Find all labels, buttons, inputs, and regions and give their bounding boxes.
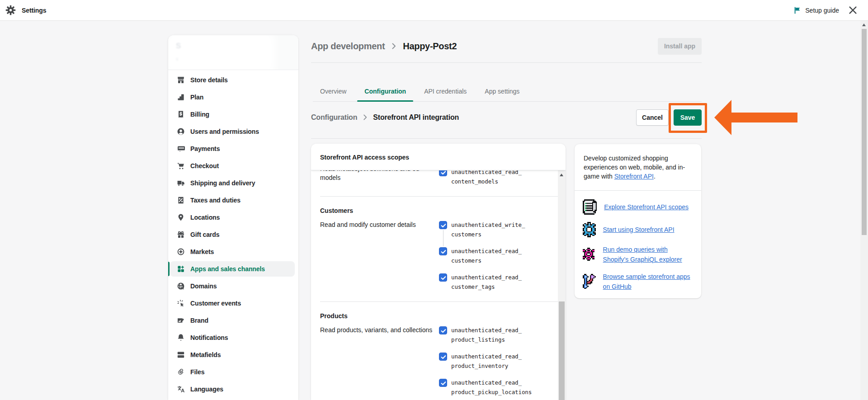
sidebar-item-label: Brand: [190, 317, 208, 324]
plan-icon: [176, 93, 185, 102]
shipping-icon: [176, 179, 185, 188]
section-description: Read and modify customer details: [320, 220, 439, 292]
domains-icon: [176, 282, 185, 291]
info-link[interactable]: Explore Storefront API scopes: [604, 202, 689, 212]
sidebar-item-locations[interactable]: Locations: [168, 209, 298, 226]
sidebar-item-users-and-permissions[interactable]: Users and permissions: [168, 123, 298, 140]
info-link-row: Start using Storefront API: [583, 222, 692, 237]
page-scrollbar-thumb[interactable]: [862, 29, 867, 235]
sidebar-item-label: Domains: [190, 282, 217, 290]
scope-section-products: ProductsRead products, variants, and col…: [320, 302, 558, 397]
sidebar-item-label: Markets: [190, 248, 214, 255]
sidebar-item-brand[interactable]: Brand: [168, 312, 298, 329]
checkbox-checked[interactable]: [439, 170, 447, 176]
scrollbar-up-arrow-icon[interactable]: [560, 174, 563, 176]
scope-row: unauthenticated_read_product_inventory: [439, 352, 558, 371]
scopes-scrollbar[interactable]: [558, 170, 566, 400]
store-icon: [176, 75, 185, 85]
sidebar-item-label: Metafields: [190, 351, 221, 358]
brand-icon: [176, 316, 185, 325]
app-tabs: OverviewConfigurationAPI credentialsApp …: [313, 81, 702, 102]
install-app-button[interactable]: Install app: [658, 38, 702, 55]
scope-name: unauthenticated_write_customers: [451, 220, 525, 239]
section-heading: Customers: [320, 207, 558, 214]
sidebar-item-label: Files: [190, 368, 204, 376]
storefront-api-info-card: Develop customized shopping experiences …: [575, 144, 701, 298]
subheader-divider: [311, 138, 702, 139]
users-icon: [176, 127, 185, 136]
sidebar-item-customer-events[interactable]: Customer events: [168, 295, 298, 312]
sidebar-item-shipping-and-delivery[interactable]: Shipping and delivery: [168, 174, 298, 192]
checkbox-checked[interactable]: [439, 247, 447, 255]
tab-overview[interactable]: Overview: [313, 81, 354, 101]
sidebar-item-taxes-and-duties[interactable]: Taxes and duties: [168, 192, 298, 209]
tab-app-settings[interactable]: App settings: [477, 81, 527, 101]
page-scrollbar[interactable]: [860, 21, 868, 400]
breadcrumb-app-development[interactable]: App development: [311, 41, 385, 52]
sidebar-item-plan[interactable]: Plan: [168, 89, 298, 106]
storefront-api-link[interactable]: Storefront API: [614, 173, 654, 180]
sidebar-item-label: Users and permissions: [190, 128, 259, 135]
storefront-api-scopes-card: Storefront API access scopes Read metaob…: [311, 144, 566, 400]
scope-row: unauthenticated_read_content_models: [439, 170, 558, 186]
info-link[interactable]: Browse sample storefront apps on GitHub: [603, 272, 692, 292]
markets-icon: [176, 247, 185, 256]
sidebar-item-label: Checkout: [190, 162, 219, 169]
flag-icon: [793, 6, 802, 14]
sidebar-item-label: Billing: [190, 111, 209, 118]
checkbox-checked[interactable]: [439, 326, 447, 334]
sidebar-item-gift-cards[interactable]: Gift cards: [168, 226, 298, 243]
scope-row: unauthenticated_write_customers: [439, 220, 558, 239]
annotation-arrow: [713, 99, 799, 139]
checkbox-checked[interactable]: [439, 379, 447, 387]
info-link[interactable]: Start using Storefront API: [603, 225, 675, 235]
info-link[interactable]: Run demo queries with Shopify’s GraphiQL…: [603, 245, 692, 264]
scope-section: Read metaobject definitions and 3dmodels…: [320, 170, 558, 186]
checkbox-checked[interactable]: [439, 221, 447, 229]
sidebar-item-payments[interactable]: Payments: [168, 140, 298, 157]
notifications-icon: [176, 333, 185, 342]
cancel-button[interactable]: Cancel: [636, 109, 669, 126]
tab-configuration[interactable]: Configuration: [357, 81, 413, 101]
app-name-title: Happy-Post2: [403, 41, 457, 52]
sidebar-item-notifications[interactable]: Notifications: [168, 329, 298, 346]
sidebar-item-label: Taxes and duties: [190, 197, 241, 204]
store-subtext-blur: s: [176, 56, 179, 61]
breadcrumb-configuration[interactable]: Configuration: [311, 113, 357, 122]
scopes-scrollbar-thumb[interactable]: [559, 301, 565, 400]
close-icon[interactable]: [847, 5, 858, 16]
sidebar-item-label: Notifications: [190, 334, 228, 341]
sidebar-item-label: Shipping and delivery: [190, 179, 255, 187]
sidebar-item-metafields[interactable]: Metafields: [168, 346, 298, 363]
scopes-scroll-area[interactable]: Read metaobject definitions and 3dmodels…: [311, 170, 558, 400]
sidebar-item-domains[interactable]: Domains: [168, 278, 298, 295]
sidebar-item-files[interactable]: Files: [168, 363, 298, 381]
setup-guide-button[interactable]: Setup guide: [793, 6, 839, 14]
checkbox-checked[interactable]: [439, 273, 447, 282]
checkbox-checked[interactable]: [439, 353, 447, 361]
config-subheader: Configuration Storefront API integration…: [311, 109, 702, 126]
section-description: Read metaobject definitions and 3dmodels: [320, 170, 439, 186]
sidebar-item-billing[interactable]: Billing: [168, 106, 298, 123]
scope-name: unauthenticated_read_customers: [451, 246, 522, 265]
apps-icon: [176, 264, 185, 273]
sidebar-item-languages[interactable]: Languages: [168, 381, 298, 398]
section-description: Read products, variants, and collections: [320, 325, 439, 397]
sidebar-item-store-details[interactable]: Store details: [168, 71, 298, 89]
tab-api-credentials[interactable]: API credentials: [417, 81, 474, 101]
sidebar-item-markets[interactable]: Markets: [168, 243, 298, 260]
gift-icon: [176, 230, 185, 239]
store-header: S s: [168, 35, 298, 70]
scope-name: unauthenticated_read_product_listings: [451, 325, 522, 344]
checkout-icon: [176, 161, 185, 170]
metafields-icon: [176, 350, 185, 359]
gear-icon: [5, 5, 16, 15]
sidebar-item-checkout[interactable]: Checkout: [168, 157, 298, 174]
payments-icon: [176, 144, 185, 153]
scrollbar-up-arrow-icon[interactable]: [862, 24, 866, 26]
chevron-right-icon: [391, 43, 396, 49]
sidebar-item-apps-and-sales-channels[interactable]: Apps and sales channels: [168, 260, 298, 278]
save-button[interactable]: Save: [674, 109, 702, 126]
info-paragraph: Develop customized shopping experiences …: [575, 144, 701, 181]
subpage-title: Storefront API integration: [373, 113, 459, 122]
